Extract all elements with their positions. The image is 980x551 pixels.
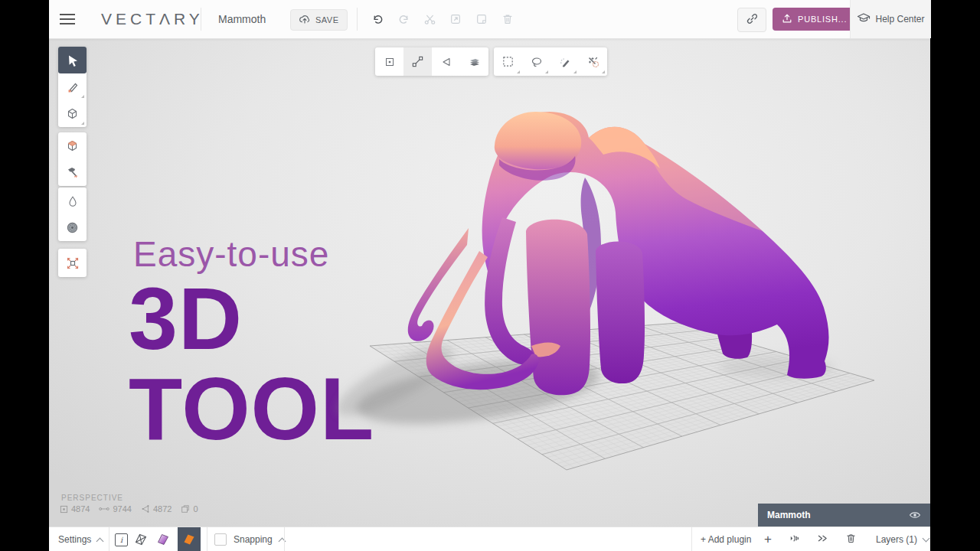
object-count: 0 [181,504,198,514]
visibility-eye-icon[interactable] [909,510,921,520]
snapping-checkbox[interactable] [214,533,227,546]
publish-button[interactable]: PUBLISH... [773,8,856,31]
headline-3d: 3D [129,268,243,369]
snapping-control: Snapping [214,527,285,551]
material-drop-tool[interactable] [58,187,87,214]
shading-wireframe-button[interactable] [134,527,148,551]
help-center-button[interactable]: Help Center [850,0,931,38]
divider [357,8,358,31]
object-mode[interactable] [460,47,488,76]
move-to-layer-icon[interactable] [817,533,828,546]
marquee-select[interactable] [494,47,522,76]
layer-row-mammoth[interactable]: Mammoth [758,504,930,527]
face-count: 4872 [141,504,172,514]
select-tool[interactable] [58,47,87,73]
vertex-mode[interactable] [375,47,403,76]
edge-mode[interactable] [403,47,432,76]
cloud-upload-icon [299,14,311,26]
shaded-orange-icon [182,533,196,546]
layer-actions: + [764,527,857,551]
chevron-down-icon [923,535,930,543]
paste-icon[interactable] [475,12,488,26]
hamburger-menu-icon[interactable] [60,14,75,24]
divider [109,527,109,551]
render-sphere-tool[interactable] [58,214,87,241]
mesh-stats: 4874 9744 4872 0 [60,504,198,514]
link-icon [746,12,759,28]
edit-icons [371,0,514,38]
share-link-button[interactable] [737,8,766,32]
lasso-select[interactable] [522,47,550,76]
shading-material-button[interactable] [156,527,170,551]
wireframe-icon [134,533,148,546]
sculpt-hammer-tool[interactable] [58,159,87,186]
divider [207,527,207,551]
layers-dropdown[interactable]: Layers (1) [876,527,929,551]
info-icon: i [115,533,128,546]
mode-toolbar [375,47,488,76]
face-mode[interactable] [432,47,460,76]
edit-faces-tool[interactable] [58,132,87,159]
magic-wand-select[interactable] [579,47,607,76]
vectary-logo: VECTΛRY [101,10,204,28]
left-toolbar-group-2 [58,132,87,186]
view-mode-label[interactable]: PERSPECTIVE [61,494,123,502]
settings-menu[interactable]: Settings [58,527,103,551]
vertex-count: 4874 [60,504,90,514]
instance-waves-icon[interactable] [789,533,800,546]
delete-layer-icon[interactable] [845,533,857,546]
delete-icon[interactable] [501,12,514,26]
bottombar: Settings i [49,527,930,551]
upload-icon [782,13,792,25]
ground-grid [370,323,874,470]
cut-icon[interactable] [423,12,436,26]
add-plugin-button[interactable]: + Add plugin [701,527,751,551]
project-title: Mammoth [218,13,266,25]
model-shadow [329,334,834,436]
divider [201,8,201,31]
divider [284,527,285,551]
brush-select[interactable] [550,47,579,76]
undo-icon[interactable] [371,12,384,26]
shading-solid-button[interactable] [178,527,201,551]
vectary-app-window: VECTΛRY Mammoth SAVE [49,0,930,551]
primitive-box-tool[interactable] [58,100,87,127]
selection-toolbar [494,47,607,76]
add-layer-icon[interactable]: + [764,532,772,547]
left-toolbar-group-1 [58,47,87,127]
shaded-purple-icon [156,533,170,546]
left-toolbar-group-4 [58,249,87,277]
canvas-viewport[interactable]: Easy-to-use 3D TOOL [49,38,930,527]
expand-tool[interactable] [58,249,87,277]
chevron-up-icon [96,537,104,545]
copy-icon[interactable] [449,12,462,26]
topbar: VECTΛRY Mammoth SAVE [49,0,930,39]
pen-tool[interactable] [58,73,87,100]
layer-name: Mammoth [767,510,811,520]
graduation-cap-icon [857,12,871,26]
edge-count: 9744 [99,504,131,514]
screenshot-stage: VECTΛRY Mammoth SAVE [0,0,980,551]
save-button[interactable]: SAVE [290,9,348,31]
headline-tool: TOOL [129,358,374,459]
divider [691,527,692,551]
left-toolbar-group-3 [58,187,87,241]
scene-info-button[interactable]: i [115,527,128,551]
mammoth-model[interactable] [408,112,829,395]
redo-icon[interactable] [397,12,410,26]
